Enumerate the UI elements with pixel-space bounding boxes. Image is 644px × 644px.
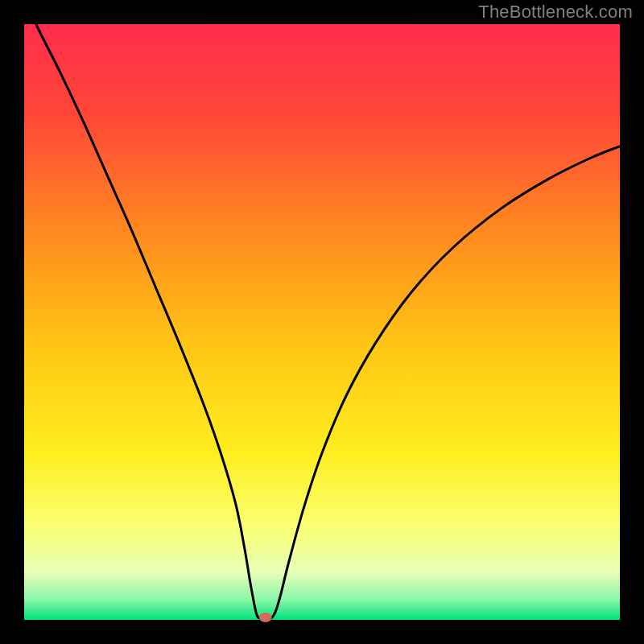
chart-container: TheBottleneck.com	[0, 0, 644, 644]
minimum-marker	[259, 613, 272, 622]
watermark-text: TheBottleneck.com	[478, 2, 633, 23]
bottleneck-chart	[0, 0, 644, 644]
chart-background-gradient	[24, 24, 620, 620]
